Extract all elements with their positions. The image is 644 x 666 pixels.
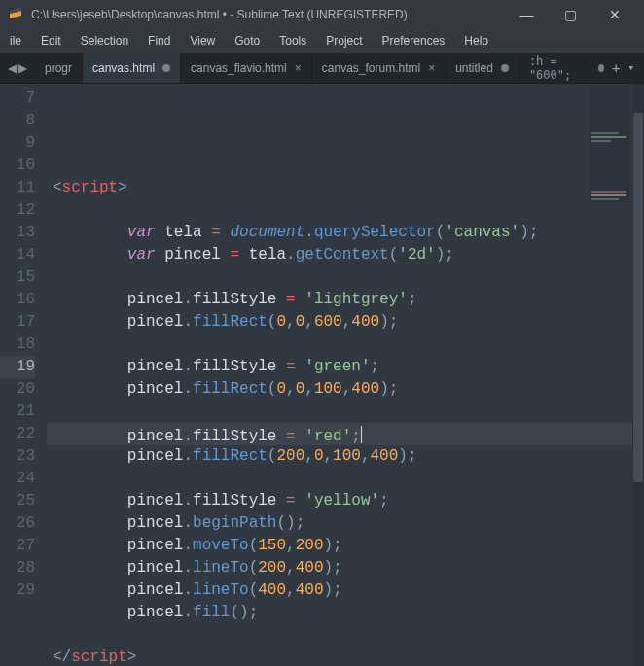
tab-progr[interactable]: progr [35,53,83,83]
code-line[interactable]: pincel.fillStyle = 'lightgrey'; [47,289,644,311]
token-number: 150 [258,537,286,554]
tab-untitled[interactable]: untitled [446,53,519,83]
menu-edit[interactable]: Edit [31,34,71,48]
menu-find[interactable]: Find [138,34,180,48]
line-number[interactable]: 19 [0,356,35,378]
line-number[interactable]: 22 [0,423,35,445]
text-cursor [361,426,362,443]
token-text [276,358,286,375]
menu-goto[interactable]: Goto [225,34,269,48]
tab-canvas-html[interactable]: canvas.html [83,53,181,83]
line-number[interactable]: 10 [0,155,35,177]
token-punct: . [183,428,193,445]
code-line[interactable] [47,624,644,647]
line-number[interactable]: 9 [0,132,35,155]
line-number[interactable]: 26 [0,512,35,535]
menu-help[interactable]: Help [454,34,498,48]
token-punct: , [342,313,352,331]
code-line[interactable]: var pincel = tela.getContext('2d'); [47,244,644,266]
line-number[interactable]: 12 [0,199,35,222]
token-punct: > [118,179,127,196]
vertical-scrollbar[interactable] [632,84,644,666]
line-number[interactable]: 20 [0,378,35,401]
line-number[interactable]: 29 [0,579,35,602]
dirty-dot-icon [598,64,604,72]
menu-project[interactable]: Project [316,34,372,48]
tab-list-dropdown-icon[interactable]: ▾ [627,61,634,74]
code-line[interactable]: pincel.fillRect(200,0,100,400); [47,445,644,468]
code-line[interactable]: </script> [47,647,644,666]
token-punct: ) [323,581,333,599]
code-line[interactable] [47,266,644,289]
line-number[interactable]: 8 [0,110,35,132]
code-line[interactable] [47,155,644,177]
menu-selection[interactable]: Selection [71,34,138,48]
line-number[interactable]: 24 [0,468,35,490]
tab-nav-right-icon[interactable]: ▶ [18,61,27,75]
code-line[interactable] [47,401,644,423]
code-line[interactable]: pincel.lineTo(200,400); [47,557,644,579]
minimap[interactable] [590,86,630,202]
token-var: pincel [127,358,184,375]
menu-view[interactable]: View [180,34,225,48]
token-punct: ; [379,492,389,509]
line-number[interactable]: 27 [0,535,35,557]
dirty-dot-icon [501,64,509,72]
maximize-button[interactable]: ▢ [549,0,592,29]
menu-tools[interactable]: Tools [269,34,316,48]
code-line[interactable] [47,468,644,490]
token-number: 200 [258,559,286,577]
editor[interactable]: 7891011121314151617181920212223242526272… [0,84,644,666]
line-number[interactable]: 21 [0,401,35,423]
menu-preferences[interactable]: Preferences [373,34,455,48]
token-string: 'canvas' [445,224,519,241]
line-number[interactable]: 7 [0,88,35,110]
minimize-button[interactable]: — [505,0,549,29]
tab-nav-left-icon[interactable]: ◀ [8,61,17,75]
scrollbar-thumb[interactable] [633,113,643,482]
new-tab-button[interactable]: + [612,60,620,76]
code-line[interactable]: pincel.fillStyle = 'green'; [47,356,644,378]
line-number[interactable]: 13 [0,222,35,244]
line-number[interactable]: 15 [0,266,35,289]
token-punct: ) [323,559,333,577]
tab-close-icon[interactable]: × [295,61,302,75]
token-punct: , [286,559,296,577]
token-number: 0 [276,313,286,331]
code-line[interactable]: pincel.lineTo(400,400); [47,579,644,602]
code-line[interactable] [47,199,644,222]
token-punct: ) [323,537,333,554]
line-number[interactable]: 14 [0,244,35,266]
menu-ile[interactable]: ile [0,34,31,48]
code-line[interactable]: pincel.fill(); [47,602,644,624]
code-area[interactable]: <script> var tela = document.querySelect… [47,84,644,666]
code-line[interactable]: pincel.fillStyle = 'yellow'; [47,490,644,512]
token-number: 0 [296,313,305,331]
token-keyword: var [127,246,156,263]
line-number[interactable]: 17 [0,311,35,333]
close-button[interactable]: ✕ [592,0,636,29]
line-number[interactable]: 16 [0,289,35,311]
code-line[interactable]: var tela = document.querySelector('canva… [47,222,644,244]
tab-canvas-flavio-html[interactable]: canvas_flavio.html× [181,53,312,83]
token-punct: , [304,380,314,398]
line-number[interactable]: 23 [0,445,35,468]
code-line[interactable]: pincel.moveTo(150,200); [47,535,644,557]
code-line[interactable]: pincel.beginPath(); [47,512,644,535]
tab-close-icon[interactable]: × [428,61,435,75]
code-line[interactable]: pincel.fillRect(0,0,100,400); [47,378,644,401]
token-punct: ; [333,559,342,577]
line-number[interactable]: 28 [0,557,35,579]
line-number[interactable]: 11 [0,177,35,199]
line-number[interactable]: 25 [0,490,35,512]
tab-canvas-forum-html[interactable]: canvas_forum.html× [312,53,446,83]
token-punct: ( [389,246,399,263]
code-line[interactable]: pincel.fillRect(0,0,600,400); [47,311,644,333]
code-line[interactable]: <script> [47,177,644,199]
token-number: 400 [296,559,324,577]
code-line[interactable]: pincel.fillStyle = 'red'; [47,423,644,445]
token-punct: , [286,581,296,599]
code-line[interactable] [47,333,644,356]
line-number[interactable]: 18 [0,333,35,356]
token-punct: . [183,581,193,599]
